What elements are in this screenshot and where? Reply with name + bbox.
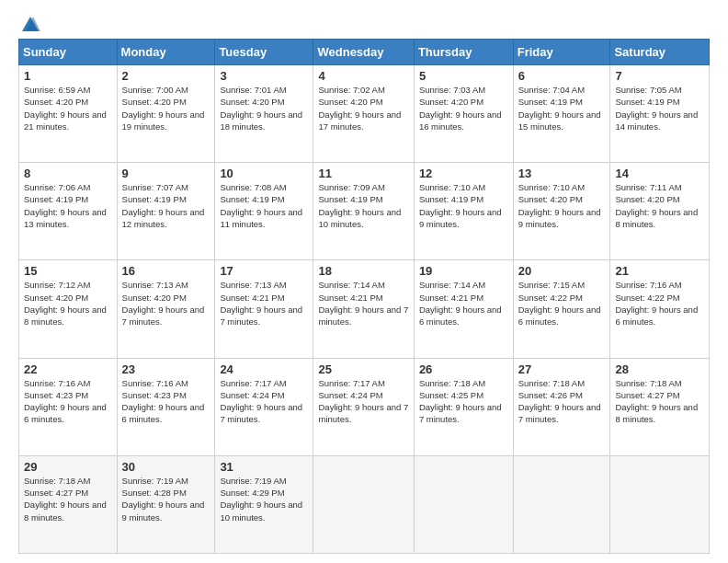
day-info: Sunrise: 7:16 AMSunset: 4:23 PMDaylight:…	[122, 378, 205, 425]
day-info: Sunrise: 7:12 AMSunset: 4:20 PMDaylight:…	[24, 280, 107, 327]
calendar-cell: 20 Sunrise: 7:15 AMSunset: 4:22 PMDaylig…	[513, 260, 610, 358]
calendar-week-row: 15 Sunrise: 7:12 AMSunset: 4:20 PMDaylig…	[19, 260, 710, 358]
calendar-cell: 18 Sunrise: 7:14 AMSunset: 4:21 PMDaylig…	[313, 260, 414, 358]
calendar-cell	[414, 455, 513, 553]
calendar-cell: 19 Sunrise: 7:14 AMSunset: 4:21 PMDaylig…	[414, 260, 513, 358]
day-info: Sunrise: 7:18 AMSunset: 4:27 PMDaylight:…	[615, 378, 698, 425]
day-number: 7	[615, 69, 704, 83]
calendar-cell: 12 Sunrise: 7:10 AMSunset: 4:19 PMDaylig…	[414, 163, 513, 260]
day-number: 23	[122, 362, 210, 376]
day-number: 10	[220, 167, 308, 180]
day-number: 25	[318, 362, 408, 376]
calendar-cell	[313, 455, 414, 553]
day-number: 19	[419, 264, 508, 278]
calendar-cell: 9 Sunrise: 7:07 AMSunset: 4:19 PMDayligh…	[117, 163, 215, 260]
header	[18, 15, 710, 31]
day-number: 21	[615, 264, 704, 278]
calendar-cell: 17 Sunrise: 7:13 AMSunset: 4:21 PMDaylig…	[215, 260, 313, 358]
calendar-cell: 5 Sunrise: 7:03 AMSunset: 4:20 PMDayligh…	[414, 65, 513, 163]
calendar-cell: 7 Sunrise: 7:05 AMSunset: 4:19 PMDayligh…	[610, 65, 710, 163]
calendar-cell: 31 Sunrise: 7:19 AMSunset: 4:29 PMDaylig…	[215, 455, 313, 553]
day-number: 20	[518, 264, 606, 278]
day-info: Sunrise: 7:18 AMSunset: 4:26 PMDaylight:…	[518, 378, 601, 425]
header-tuesday: Tuesday	[215, 40, 313, 65]
page: Sunday Monday Tuesday Wednesday Thursday…	[0, 0, 728, 563]
day-info: Sunrise: 7:01 AMSunset: 4:20 PMDaylight:…	[220, 85, 302, 132]
day-number: 2	[122, 69, 210, 83]
header-monday: Monday	[117, 40, 215, 65]
calendar-cell	[513, 455, 610, 553]
calendar-cell: 6 Sunrise: 7:04 AMSunset: 4:19 PMDayligh…	[513, 65, 610, 163]
calendar-cell: 16 Sunrise: 7:13 AMSunset: 4:20 PMDaylig…	[117, 260, 215, 358]
calendar-cell: 29 Sunrise: 7:18 AMSunset: 4:27 PMDaylig…	[19, 455, 118, 553]
day-info: Sunrise: 7:06 AMSunset: 4:19 PMDaylight:…	[24, 182, 107, 229]
day-number: 28	[615, 362, 704, 376]
header-wednesday: Wednesday	[313, 40, 414, 65]
day-number: 15	[24, 264, 112, 278]
day-number: 6	[518, 69, 606, 83]
day-info: Sunrise: 7:16 AMSunset: 4:22 PMDaylight:…	[615, 280, 698, 327]
calendar-cell: 28 Sunrise: 7:18 AMSunset: 4:27 PMDaylig…	[610, 358, 710, 455]
day-info: Sunrise: 7:11 AMSunset: 4:20 PMDaylight:…	[615, 182, 698, 229]
day-number: 13	[518, 167, 606, 180]
day-number: 17	[220, 264, 308, 278]
day-number: 26	[419, 362, 508, 376]
day-number: 14	[615, 167, 704, 180]
weekday-header-row: Sunday Monday Tuesday Wednesday Thursday…	[19, 40, 710, 65]
day-number: 3	[220, 69, 308, 83]
day-info: Sunrise: 7:17 AMSunset: 4:24 PMDaylight:…	[318, 378, 408, 425]
day-number: 5	[419, 69, 508, 83]
day-info: Sunrise: 7:05 AMSunset: 4:19 PMDaylight:…	[615, 85, 698, 132]
calendar-cell: 11 Sunrise: 7:09 AMSunset: 4:19 PMDaylig…	[313, 163, 414, 260]
header-sunday: Sunday	[19, 40, 118, 65]
day-info: Sunrise: 7:08 AMSunset: 4:19 PMDaylight:…	[220, 182, 302, 229]
day-info: Sunrise: 7:02 AMSunset: 4:20 PMDaylight:…	[318, 85, 401, 132]
calendar-cell: 22 Sunrise: 7:16 AMSunset: 4:23 PMDaylig…	[19, 358, 118, 455]
calendar-cell: 26 Sunrise: 7:18 AMSunset: 4:25 PMDaylig…	[414, 358, 513, 455]
day-info: Sunrise: 7:00 AMSunset: 4:20 PMDaylight:…	[122, 85, 205, 132]
calendar-week-row: 8 Sunrise: 7:06 AMSunset: 4:19 PMDayligh…	[19, 163, 710, 260]
calendar-cell: 13 Sunrise: 7:10 AMSunset: 4:20 PMDaylig…	[513, 163, 610, 260]
day-info: Sunrise: 7:17 AMSunset: 4:24 PMDaylight:…	[220, 378, 302, 425]
day-info: Sunrise: 7:10 AMSunset: 4:19 PMDaylight:…	[419, 182, 502, 229]
logo	[18, 15, 40, 35]
day-info: Sunrise: 7:10 AMSunset: 4:20 PMDaylight:…	[518, 182, 601, 229]
calendar-week-row: 29 Sunrise: 7:18 AMSunset: 4:27 PMDaylig…	[19, 455, 710, 553]
calendar-cell: 24 Sunrise: 7:17 AMSunset: 4:24 PMDaylig…	[215, 358, 313, 455]
day-info: Sunrise: 7:18 AMSunset: 4:27 PMDaylight:…	[24, 476, 107, 523]
day-info: Sunrise: 7:04 AMSunset: 4:19 PMDaylight:…	[518, 85, 601, 132]
day-number: 11	[318, 167, 408, 180]
calendar-week-row: 22 Sunrise: 7:16 AMSunset: 4:23 PMDaylig…	[19, 358, 710, 455]
calendar-cell: 23 Sunrise: 7:16 AMSunset: 4:23 PMDaylig…	[117, 358, 215, 455]
day-number: 24	[220, 362, 308, 376]
calendar-cell: 30 Sunrise: 7:19 AMSunset: 4:28 PMDaylig…	[117, 455, 215, 553]
day-number: 29	[24, 460, 112, 474]
day-number: 22	[24, 362, 112, 376]
logo-icon	[20, 15, 40, 35]
day-number: 31	[220, 460, 308, 474]
day-number: 12	[419, 167, 508, 180]
calendar-cell: 14 Sunrise: 7:11 AMSunset: 4:20 PMDaylig…	[610, 163, 710, 260]
day-info: Sunrise: 7:13 AMSunset: 4:20 PMDaylight:…	[122, 280, 205, 327]
day-number: 8	[24, 167, 112, 180]
day-number: 27	[518, 362, 606, 376]
calendar-cell: 21 Sunrise: 7:16 AMSunset: 4:22 PMDaylig…	[610, 260, 710, 358]
day-info: Sunrise: 7:14 AMSunset: 4:21 PMDaylight:…	[419, 280, 502, 327]
day-number: 1	[24, 69, 112, 83]
header-thursday: Thursday	[414, 40, 513, 65]
day-info: Sunrise: 6:59 AMSunset: 4:20 PMDaylight:…	[24, 85, 107, 132]
calendar-cell: 15 Sunrise: 7:12 AMSunset: 4:20 PMDaylig…	[19, 260, 118, 358]
calendar-cell: 3 Sunrise: 7:01 AMSunset: 4:20 PMDayligh…	[215, 65, 313, 163]
day-info: Sunrise: 7:14 AMSunset: 4:21 PMDaylight:…	[318, 280, 408, 327]
day-info: Sunrise: 7:16 AMSunset: 4:23 PMDaylight:…	[24, 378, 107, 425]
header-friday: Friday	[513, 40, 610, 65]
day-number: 30	[122, 460, 210, 474]
calendar-cell: 8 Sunrise: 7:06 AMSunset: 4:19 PMDayligh…	[19, 163, 118, 260]
calendar-cell: 1 Sunrise: 6:59 AMSunset: 4:20 PMDayligh…	[19, 65, 118, 163]
calendar-table: Sunday Monday Tuesday Wednesday Thursday…	[18, 39, 710, 554]
day-info: Sunrise: 7:19 AMSunset: 4:29 PMDaylight:…	[220, 476, 302, 523]
day-number: 16	[122, 264, 210, 278]
day-info: Sunrise: 7:07 AMSunset: 4:19 PMDaylight:…	[122, 182, 205, 229]
calendar-cell: 27 Sunrise: 7:18 AMSunset: 4:26 PMDaylig…	[513, 358, 610, 455]
day-info: Sunrise: 7:15 AMSunset: 4:22 PMDaylight:…	[518, 280, 601, 327]
